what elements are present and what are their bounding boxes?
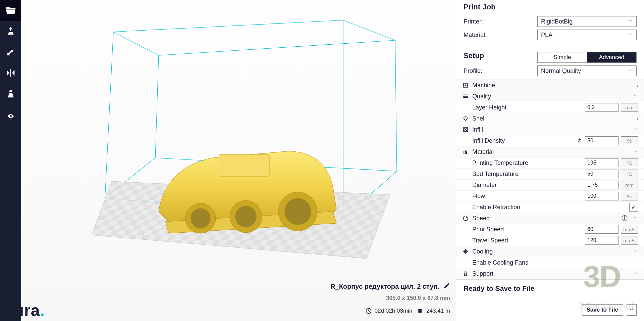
svg-rect-11 [219,154,269,176]
model-object[interactable] [145,141,360,242]
retraction-checkbox[interactable]: ✓ [629,203,638,212]
printer-label: Printer: [464,18,537,25]
material-select[interactable]: PLA﹀ [537,30,637,40]
object-dimensions: 305.0 x 150.0 x 87.8 mm [330,295,450,302]
chevron-down-icon: ﹀ [628,32,633,38]
object-name: R_Корпус редуктора цил. 2 ступ. [330,283,439,290]
speed-icon [462,215,469,221]
bed-temp-input[interactable]: 60 [585,170,619,178]
travel-speed-input[interactable]: 120 [585,236,619,245]
category-speed[interactable]: Speed ⓘ﹀ [456,213,644,224]
cura-logo: cura. [5,301,45,320]
rename-icon[interactable] [443,282,450,291]
advanced-mode-button[interactable]: Advanced [587,52,636,62]
machine-icon [462,82,469,88]
chevron-down-icon: ﹀ [628,68,633,74]
category-shell[interactable]: Shell‹ [456,113,644,124]
shell-icon [462,116,469,122]
svg-line-2 [105,32,113,198]
svg-marker-1 [113,20,395,55]
svg-rect-20 [465,85,467,86]
category-cooling[interactable]: Cooling﹀ [456,246,644,257]
diameter-input[interactable]: 1.75 [585,181,619,189]
infill-density-input[interactable]: 50 [585,136,619,145]
print-speed-input[interactable]: 60 [585,225,619,234]
svg-line-4 [395,40,397,171]
material-label: Material: [464,32,537,39]
support-icon [462,271,469,277]
category-infill[interactable]: Infill﹀ [456,124,644,135]
category-machine[interactable]: Machine‹ [456,80,644,91]
printer-value: RigidBotBig [541,18,573,25]
layer-height-input[interactable]: 0.2 [585,103,619,112]
rotate-tool[interactable] [0,21,21,42]
flow-input[interactable]: 100 [585,192,619,200]
simple-mode-button[interactable]: Simple [538,52,587,62]
open-file-button[interactable] [0,0,21,21]
svg-rect-27 [466,151,467,154]
category-support[interactable]: Support﹀ [456,268,644,279]
setup-title: Setup [464,51,537,60]
field-layer-height: Layer Height 0.2 mm [456,102,644,113]
svg-point-16 [235,206,257,227]
ready-status: Ready to Save to File [456,279,644,297]
profile-value: Normal Quality [541,67,581,75]
chevron-down-icon: ﹀ [628,18,633,25]
save-dropdown-button[interactable]: ﹀ [627,304,637,316]
svg-point-17 [284,198,311,225]
svg-rect-26 [465,150,466,154]
svg-rect-25 [464,151,464,154]
reset-infill-icon[interactable] [577,138,582,143]
clock-icon [365,308,372,314]
svg-point-15 [191,208,211,228]
category-material[interactable]: Material﹀ [456,146,644,157]
material-value: PLA [541,32,552,39]
settings-panel: Print Job Printer: RigidBotBig﹀ Material… [456,0,644,321]
filament-icon [417,308,424,314]
print-time: 02d 02h 03min [375,308,412,314]
profile-select[interactable]: Normal Quality﹀ [537,65,637,76]
print-job-title: Print Job [464,3,637,11]
scale-tool[interactable] [0,42,21,62]
print-temp-input[interactable]: 195 [585,158,619,167]
quality-icon [462,93,469,99]
object-info: R_Корпус редуктора цил. 2 ступ. 305.0 x … [330,282,450,314]
view-mode-tool[interactable] [0,83,21,104]
profile-label: Profile: [464,67,537,75]
infill-icon [462,127,469,133]
save-to-file-button[interactable]: Save to File [582,304,623,316]
printer-select[interactable]: RigidBotBig﹀ [537,16,637,27]
left-toolbar [0,0,21,321]
material-icon [462,149,469,155]
svg-rect-21 [463,95,468,95]
svg-rect-22 [463,96,468,97]
svg-rect-23 [463,97,468,98]
view-dropdown[interactable] [0,107,21,126]
filament-length: 243.41 m [426,308,450,314]
setup-mode-toggle[interactable]: Simple Advanced [537,52,637,63]
field-infill-density: Infill Density 50 % [456,135,644,146]
cooling-icon [462,248,469,255]
info-icon: ⓘ [622,214,628,222]
category-quality[interactable]: Quality﹀ [456,91,644,102]
viewport[interactable]: R_Корпус редуктора цил. 2 ступ. 305.0 x … [21,0,456,321]
build-scene[interactable] [21,0,456,321]
mirror-tool[interactable] [0,62,21,83]
